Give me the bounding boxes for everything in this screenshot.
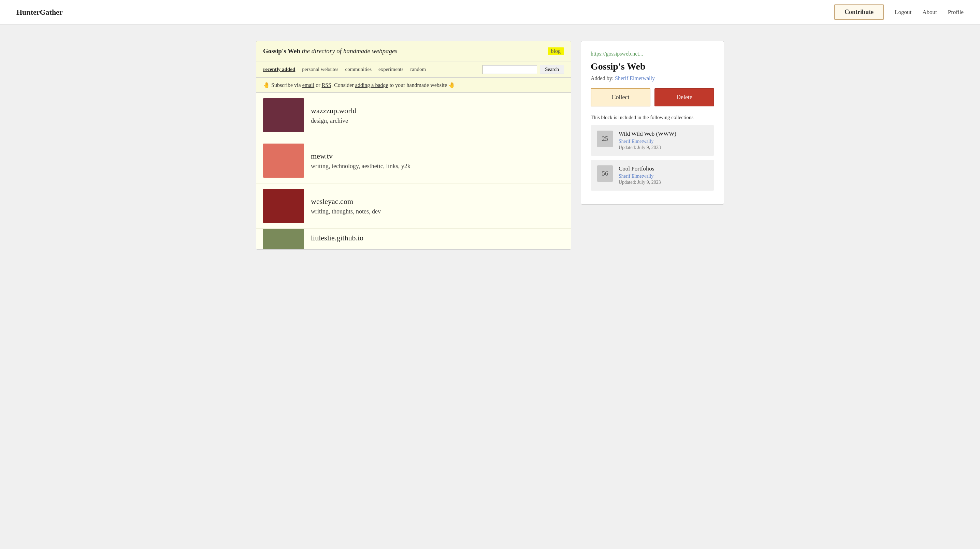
nav-tag-personal-websites[interactable]: personal websites [302,67,338,72]
directory-title-em: the directory of handmade webpages [302,48,398,55]
collection-date-1: Updated: July 9, 2023 [619,145,708,151]
search-button[interactable]: Search [540,65,564,74]
subscribe-bar: 🤚 Subscribe via email or RSS. Consider a… [256,78,571,93]
collection-date-2: Updated: July 9, 2023 [619,180,708,185]
detail-url[interactable]: https://gossipsweb.net... [591,51,714,57]
nav-tag-random[interactable]: random [410,67,426,72]
detail-added-by: Added by: Sherif Elmetwally [591,75,714,81]
collection-author-2[interactable]: Sherif Elmetwally [619,174,708,179]
site-name-1: wazzzup.world [311,106,564,115]
search-input[interactable] [482,65,537,74]
site-item[interactable]: liuleslie.github.io [256,229,571,249]
site-tags-2: writing, technology, aesthetic, links, y… [311,163,564,170]
site-thumbnail-1 [263,98,304,132]
blog-badge: blog [548,48,564,55]
nav-tag-recently-added[interactable]: recently added [263,67,295,72]
badge-link[interactable]: adding a badge [355,82,388,88]
nav-bar: recently added personal websites communi… [256,61,571,78]
collection-info-2: Cool Portfolios Sherif Elmetwally Update… [619,165,708,185]
collection-author-1[interactable]: Sherif Elmetwally [619,139,708,144]
logo: HunterGather [16,8,63,17]
added-by-author[interactable]: Sherif Elmetwally [615,75,655,81]
site-info-4: liuleslie.github.io [311,233,564,244]
collection-name-2: Cool Portfolios [619,165,708,172]
site-tags-1: design, archive [311,117,564,124]
collection-count-1: 25 [597,131,613,147]
detail-title: Gossip's Web [591,61,714,72]
contribute-button[interactable]: Contribute [834,5,884,20]
collection-item[interactable]: 56 Cool Portfolios Sherif Elmetwally Upd… [591,160,714,190]
nav-tag-experiments[interactable]: experiments [379,67,403,72]
nav-tags: recently added personal websites communi… [263,67,426,72]
header: HunterGather Contribute Logout About Pro… [0,0,980,25]
about-link[interactable]: About [922,9,937,16]
delete-button[interactable]: Delete [654,88,714,106]
collection-name-1: Wild Wild Web (WWW) [619,131,708,137]
directory-header: Gossip's Web the directory of handmade w… [256,41,571,61]
search-area: Search [482,65,564,74]
collection-info-1: Wild Wild Web (WWW) Sherif Elmetwally Up… [619,131,708,151]
collect-button[interactable]: Collect [591,88,651,106]
collection-count-2: 56 [597,165,613,182]
directory-title: Gossip's Web the directory of handmade w… [263,48,398,55]
profile-link[interactable]: Profile [948,9,964,16]
added-by-label: Added by: [591,75,614,81]
site-tags-3: writing, thoughts, notes, dev [311,208,564,215]
site-name-3: wesleyac.com [311,197,564,206]
site-item[interactable]: wazzzup.world design, archive [256,93,571,138]
site-thumbnail-2 [263,144,304,178]
site-info-2: mew.tv writing, technology, aesthetic, l… [311,152,564,170]
header-nav: Contribute Logout About Profile [834,5,964,20]
nav-tag-communities[interactable]: communities [345,67,372,72]
main-content: Gossip's Web the directory of handmade w… [234,25,746,266]
site-thumbnail-3 [263,189,304,223]
directory-title-strong: Gossip's Web [263,48,300,55]
site-info-3: wesleyac.com writing, thoughts, notes, d… [311,197,564,215]
site-item[interactable]: mew.tv writing, technology, aesthetic, l… [256,138,571,184]
site-name-4: liuleslie.github.io [311,233,564,243]
collections-header: This block is included in the following … [591,114,714,121]
directory-panel: Gossip's Web the directory of handmade w… [256,41,571,250]
email-link[interactable]: email [302,82,315,88]
site-thumbnail-4 [263,229,304,249]
detail-panel: https://gossipsweb.net... Gossip's Web A… [581,41,724,205]
collection-item[interactable]: 25 Wild Wild Web (WWW) Sherif Elmetwally… [591,125,714,156]
rss-link[interactable]: RSS [322,82,331,88]
site-name-2: mew.tv [311,152,564,160]
site-list: wazzzup.world design, archive mew.tv wri… [256,93,571,249]
logout-link[interactable]: Logout [895,9,912,16]
action-buttons: Collect Delete [591,88,714,106]
site-item[interactable]: wesleyac.com writing, thoughts, notes, d… [256,184,571,229]
site-info-1: wazzzup.world design, archive [311,106,564,124]
